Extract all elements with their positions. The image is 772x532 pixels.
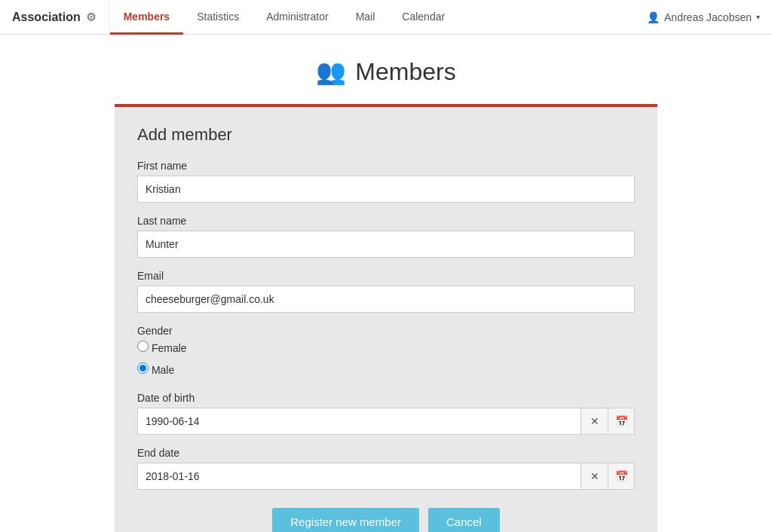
dob-input-group: ✕ 📅 <box>137 408 635 435</box>
end-date-input-group: ✕ 📅 <box>137 463 635 490</box>
gender-male-radio[interactable] <box>137 362 149 374</box>
end-date-calendar-button[interactable]: 📅 <box>608 463 635 490</box>
user-name: Andreas Jacobsen <box>664 11 752 23</box>
gender-male-label: Male <box>152 364 174 376</box>
nav-item-statistics[interactable]: Statistics <box>183 0 253 34</box>
first-name-label: First name <box>137 160 635 172</box>
cancel-button[interactable]: Cancel <box>428 508 500 532</box>
gender-group: Gender Female Male <box>137 325 635 380</box>
end-date-clear-button[interactable]: ✕ <box>581 463 608 490</box>
gender-label: Gender <box>137 325 635 337</box>
nav-link-statistics[interactable]: Statistics <box>183 1 253 35</box>
nav-link-members[interactable]: Members <box>110 1 183 35</box>
end-date-input[interactable] <box>137 463 581 490</box>
end-date-label: End date <box>137 447 635 459</box>
last-name-group: Last name <box>137 215 635 258</box>
gender-female-option[interactable]: Female <box>137 341 635 354</box>
gender-male-option[interactable]: Male <box>137 362 635 376</box>
brand[interactable]: Association ⚙ <box>0 0 110 34</box>
dob-clear-button[interactable]: ✕ <box>581 408 608 435</box>
first-name-group: First name <box>137 160 635 203</box>
email-input[interactable] <box>137 286 635 313</box>
form-heading: Add member <box>137 125 635 145</box>
nav-item-calendar[interactable]: Calendar <box>388 0 458 34</box>
calendar-icon: 📅 <box>615 415 628 427</box>
gear-icon: ⚙ <box>85 11 97 23</box>
email-group: Email <box>137 270 635 313</box>
nav-item-members[interactable]: Members <box>110 0 183 34</box>
brand-name: Association <box>12 11 81 24</box>
form-buttons: Register new member Cancel <box>137 508 635 532</box>
end-date-group: End date ✕ 📅 <box>137 447 635 490</box>
user-icon: 👤 <box>647 11 660 23</box>
add-member-form-card: Add member First name Last name Email Ge… <box>115 104 657 532</box>
gender-female-label: Female <box>152 342 187 354</box>
gender-female-radio[interactable] <box>137 341 149 352</box>
caret-icon: ▾ <box>756 13 760 21</box>
dob-label: Date of birth <box>137 392 635 404</box>
members-icon: 👥 <box>316 57 346 86</box>
nav-link-mail[interactable]: Mail <box>342 1 389 35</box>
last-name-input[interactable] <box>137 231 635 258</box>
nav-link-administrator[interactable]: Administrator <box>253 1 342 35</box>
end-calendar-icon: 📅 <box>615 470 628 482</box>
page-title: 👥 Members <box>15 57 757 86</box>
dob-input[interactable] <box>137 408 581 435</box>
navbar: Association ⚙ Members Statistics Adminis… <box>0 0 772 35</box>
nav-link-calendar[interactable]: Calendar <box>388 1 458 35</box>
gender-radio-group: Female Male <box>137 341 635 380</box>
user-menu[interactable]: 👤 Andreas Jacobsen ▾ <box>635 0 772 34</box>
first-name-input[interactable] <box>137 176 635 203</box>
nav-item-mail[interactable]: Mail <box>342 0 389 34</box>
dob-calendar-button[interactable]: 📅 <box>608 408 635 435</box>
page-content: 👥 Members Add member First name Last nam… <box>0 35 772 532</box>
main-nav: Members Statistics Administrator Mail Ca… <box>110 0 635 34</box>
nav-item-administrator[interactable]: Administrator <box>253 0 342 34</box>
email-label: Email <box>137 270 635 282</box>
page-title-text: Members <box>355 58 455 86</box>
dob-group: Date of birth ✕ 📅 <box>137 392 635 435</box>
register-button[interactable]: Register new member <box>272 508 419 532</box>
last-name-label: Last name <box>137 215 635 227</box>
